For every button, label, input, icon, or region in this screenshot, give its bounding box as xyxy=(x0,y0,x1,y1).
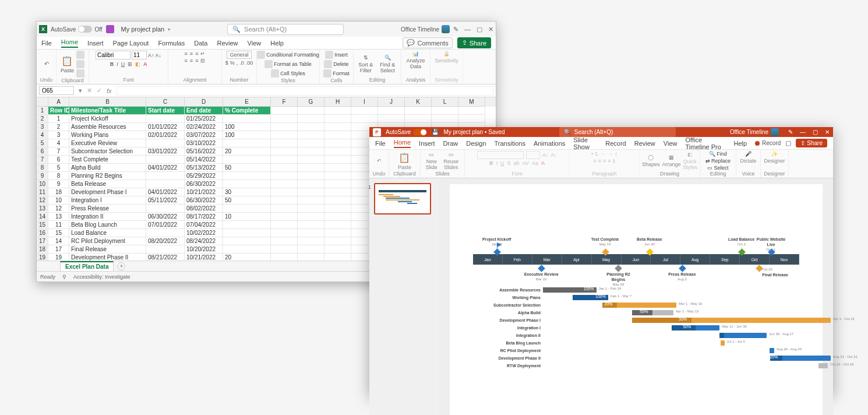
formula-bar[interactable] xyxy=(117,86,493,96)
save-icon[interactable] xyxy=(106,25,114,33)
currency-icon[interactable]: $ xyxy=(225,60,228,66)
align-right-icon[interactable]: ≡ xyxy=(195,58,198,64)
cut-icon[interactable] xyxy=(76,51,84,59)
pp-menu-home[interactable]: Home xyxy=(394,139,411,148)
comma-icon[interactable]: , xyxy=(237,60,238,66)
percent-icon[interactable]: % xyxy=(230,60,235,66)
col-header-m[interactable]: M xyxy=(458,97,485,107)
number-format-select[interactable]: General xyxy=(227,51,251,59)
present-icon[interactable]: ▢ xyxy=(785,139,791,147)
format-cell-icon[interactable] xyxy=(323,69,331,78)
maximize-icon[interactable]: ▢ xyxy=(477,26,482,33)
pp-search-input[interactable]: 🔍 Search (Alt+Q) xyxy=(559,127,676,137)
cell-styles-button[interactable]: Cell Styles xyxy=(280,71,305,76)
status-accessibility[interactable]: Accessibility: Investigate xyxy=(73,274,130,280)
sheet-tab-plan-data[interactable]: Excel Plan Data xyxy=(60,261,114,271)
accessibility-icon[interactable]: ⚲ xyxy=(62,274,66,280)
shapes-icon[interactable]: ◯ xyxy=(648,154,654,160)
office-timeline-chip[interactable]: Office Timeline xyxy=(401,25,450,33)
col-header-l[interactable]: L xyxy=(432,97,458,107)
col-header-i[interactable]: I xyxy=(351,97,378,107)
pp-office-timeline-chip[interactable]: Office Timeline xyxy=(730,128,779,136)
pp-menu-insert[interactable]: Insert xyxy=(419,140,435,147)
pp-menu-slideshow[interactable]: Slide Show xyxy=(573,136,597,150)
find-button[interactable]: Find & Select xyxy=(378,62,397,73)
save-icon[interactable]: 💾 xyxy=(432,129,439,135)
dictate-button[interactable]: Dictate xyxy=(740,158,756,164)
col-header-d[interactable]: D xyxy=(185,97,223,107)
header-cell-e[interactable]: % Complete xyxy=(223,107,271,115)
wrap-icon[interactable]: ↵ xyxy=(200,51,205,57)
pp-share-button[interactable]: ⇪Share xyxy=(796,139,827,147)
reuse-slide-button[interactable]: Reuse Slides xyxy=(442,159,461,170)
bold-button[interactable]: B xyxy=(110,61,114,67)
doc-title[interactable]: My project plan xyxy=(121,26,165,33)
pp-menu-record[interactable]: Record xyxy=(605,140,626,147)
pp-doc-title[interactable]: My project plan • Saved xyxy=(443,129,504,135)
header-cell-c[interactable]: Start date xyxy=(146,107,185,115)
add-sheet-button[interactable]: + xyxy=(117,262,125,270)
dec-inc-icon[interactable]: .0 xyxy=(239,60,244,66)
delete-cell-icon[interactable] xyxy=(324,60,332,68)
minimize-icon[interactable]: — xyxy=(800,129,806,135)
reuse-slide-icon[interactable]: ▭ xyxy=(449,152,454,157)
close-icon[interactable]: ✕ xyxy=(488,26,493,33)
pp-find-button[interactable]: Find xyxy=(717,151,727,157)
confirm-fx-icon[interactable]: ✓ xyxy=(97,87,102,94)
paste-icon[interactable]: 📋 xyxy=(398,152,410,163)
pp-menu-design[interactable]: Design xyxy=(466,140,486,147)
insert-cell-icon[interactable] xyxy=(325,51,333,59)
menu-help[interactable]: Help xyxy=(270,40,284,47)
menu-insert[interactable]: Insert xyxy=(87,40,104,47)
dec-dec-icon[interactable]: .00 xyxy=(246,60,253,66)
analyze-button[interactable]: Analyze Data xyxy=(405,58,426,69)
search-input[interactable]: 🔍 Search (Alt+Q) xyxy=(227,24,344,35)
col-header-a[interactable]: A xyxy=(48,97,69,107)
col-header-c[interactable]: C xyxy=(146,97,185,107)
table-row[interactable]: 21Project Kickoff01/25/2022 xyxy=(37,115,496,123)
pp-select-button[interactable]: Select xyxy=(714,165,728,171)
shapes-button[interactable]: Shapes xyxy=(642,161,660,167)
align-top-icon[interactable]: ≡ xyxy=(185,51,188,57)
font-grow-icon[interactable]: A↑ xyxy=(148,52,154,58)
menu-home[interactable]: Home xyxy=(61,38,78,48)
sort-icon[interactable]: ⇅ xyxy=(364,55,368,61)
fmt-table-icon[interactable] xyxy=(264,60,273,68)
col-header-e[interactable]: E xyxy=(223,97,271,107)
italic-button[interactable]: I xyxy=(117,61,118,67)
select-icon[interactable]: ▭ xyxy=(707,165,712,171)
dictate-icon[interactable]: 🎤 xyxy=(745,151,751,157)
cond-fmt-button[interactable]: Conditional Formatting xyxy=(266,52,319,58)
comments-button[interactable]: 💬 Comments xyxy=(403,37,452,48)
cancel-fx-icon[interactable]: ✕ xyxy=(87,87,92,94)
fx-icon[interactable]: fx xyxy=(107,87,112,94)
pp-menu-view[interactable]: View xyxy=(664,140,678,147)
cell-styles-icon[interactable] xyxy=(271,69,279,78)
font-shrink-icon[interactable]: A↓ xyxy=(156,52,162,58)
autosave-toggle[interactable]: AutoSave Off xyxy=(51,26,103,33)
header-cell-b[interactable]: Milestone/Task Title xyxy=(69,107,146,115)
fill-color-icon[interactable]: ◧ xyxy=(135,61,140,67)
fmt-table-button[interactable]: Format as Table xyxy=(274,61,311,67)
arrange-button[interactable]: Arrange xyxy=(662,161,681,167)
align-bot-icon[interactable]: ≡ xyxy=(195,51,198,57)
pp-menu-help[interactable]: Help xyxy=(733,140,747,147)
menu-formulas[interactable]: Formulas xyxy=(158,40,185,47)
pp-menu-review[interactable]: Review xyxy=(634,140,655,147)
arrange-icon[interactable]: ▦ xyxy=(669,154,674,160)
col-header-j[interactable]: J xyxy=(378,97,405,107)
insert-cells-button[interactable]: Insert xyxy=(334,52,348,58)
minimize-icon[interactable]: — xyxy=(464,26,471,33)
format-cells-button[interactable]: Format xyxy=(333,71,350,76)
fmt-painter-icon[interactable] xyxy=(76,69,84,78)
slide-thumb-1[interactable]: 1 xyxy=(374,183,431,214)
close-icon[interactable]: ✕ xyxy=(825,129,830,135)
col-header-f[interactable]: F xyxy=(271,97,298,107)
menu-file[interactable]: File xyxy=(41,40,52,47)
menu-review[interactable]: Review xyxy=(217,40,238,47)
undo-icon[interactable]: ↶ xyxy=(44,61,49,67)
col-header-k[interactable]: K xyxy=(405,97,432,107)
col-header-b[interactable]: B xyxy=(69,97,146,107)
menu-view[interactable]: View xyxy=(248,40,262,47)
delete-cells-button[interactable]: Delete xyxy=(333,61,348,67)
